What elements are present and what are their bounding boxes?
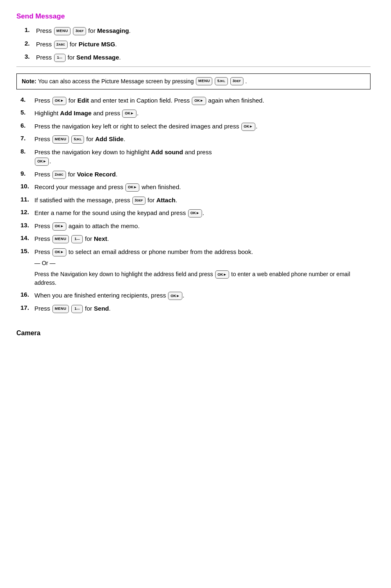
key-ok-15b: OK► bbox=[215, 270, 229, 279]
step-3-num: 3. bbox=[25, 53, 34, 60]
key-menu-7: MENU bbox=[52, 135, 69, 144]
key-ok-13: OK► bbox=[52, 222, 66, 231]
step-13-num: 13. bbox=[20, 222, 33, 229]
key-3def-11: 3DEF bbox=[132, 197, 145, 205]
key-ok-16: OK► bbox=[168, 292, 182, 300]
key-ok-8: OK► bbox=[35, 158, 49, 166]
step-2-content: Press 2ABC for Picture MSG. bbox=[36, 40, 371, 49]
step-4: 4. Press OK► for Edit and enter text in … bbox=[20, 96, 371, 105]
step-8-num: 8. bbox=[20, 148, 33, 155]
key-1dash-17: 1— bbox=[71, 305, 83, 313]
step-14-content: Press MENU 1— for Next. bbox=[34, 234, 371, 244]
step-2: 2. Press 2ABC for Picture MSG. bbox=[25, 40, 371, 49]
step-15-sub: Press the Navigation key down to highlig… bbox=[34, 270, 371, 287]
step-10-content: Record your message and press OK► when f… bbox=[34, 183, 371, 192]
step-11-content: If satisfied with the message, press 3DE… bbox=[34, 196, 371, 205]
step-5-num: 5. bbox=[20, 109, 33, 116]
page-title: Send Message bbox=[16, 12, 371, 21]
key-1dash-14: 1— bbox=[71, 235, 83, 243]
key-1dash: 1— bbox=[54, 54, 66, 62]
note-key-menu: MENU bbox=[196, 77, 213, 85]
note-suffix: . bbox=[246, 77, 247, 86]
step-12: 12. Enter a name for the sound using the… bbox=[20, 208, 371, 218]
step-6: 6. Press the navigation key left or righ… bbox=[20, 122, 371, 131]
key-2abc: 2ABC bbox=[54, 41, 68, 49]
divider bbox=[16, 66, 371, 67]
step-4-num: 4. bbox=[20, 96, 33, 103]
step-3: 3. Press 1— for Send Message. bbox=[25, 53, 371, 62]
note-box: Note: You can also access the Picture Me… bbox=[16, 73, 371, 89]
key-ok-4a: OK► bbox=[52, 97, 66, 105]
step-8: 8. Press the navigation key down to high… bbox=[20, 148, 371, 166]
step-11-num: 11. bbox=[20, 196, 33, 203]
extended-steps: 4. Press OK► for Edit and enter text in … bbox=[16, 96, 371, 313]
step-5-content: Highlight Add Image and press OK►. bbox=[34, 109, 371, 118]
step-3-content: Press 1— for Send Message. bbox=[36, 53, 371, 62]
step-17: 17. Press MENU 1— for Send. bbox=[20, 304, 371, 313]
step-15-content: Press OK► to select an email address or … bbox=[34, 247, 371, 288]
step-16-content: When you are finished entering recipient… bbox=[34, 291, 371, 300]
key-menu-14: MENU bbox=[52, 235, 69, 243]
key-ok-10: OK► bbox=[125, 183, 139, 192]
note-key-3def: 3DEF bbox=[230, 77, 243, 85]
step-13-content: Press OK► again to attach the memo. bbox=[34, 222, 371, 231]
step-12-content: Enter a name for the sound using the key… bbox=[34, 208, 371, 218]
step-8-content: Press the navigation key down to highlig… bbox=[34, 148, 371, 166]
step-9-content: Press 2ABC for Voice Record. bbox=[34, 170, 371, 179]
step-7-num: 7. bbox=[20, 135, 33, 142]
note-label: Note: bbox=[22, 77, 36, 86]
step-1-content: Press MENU 3DEF for Messaging. bbox=[36, 26, 371, 36]
step-14: 14. Press MENU 1— for Next. bbox=[20, 234, 371, 244]
initial-steps: 1. Press MENU 3DEF for Messaging. 2. Pre… bbox=[16, 26, 371, 62]
key-menu: MENU bbox=[54, 27, 71, 35]
step-11: 11. If satisfied with the message, press… bbox=[20, 196, 371, 205]
key-5jkl-7: 5JKL bbox=[71, 135, 84, 144]
step-16: 16. When you are finished entering recip… bbox=[20, 291, 371, 300]
step-17-num: 17. bbox=[20, 304, 33, 311]
key-ok-12: OK► bbox=[188, 209, 202, 217]
key-menu-17: MENU bbox=[52, 305, 69, 313]
step-15-num: 15. bbox=[20, 247, 33, 254]
step-12-num: 12. bbox=[20, 208, 33, 215]
step-10-num: 10. bbox=[20, 183, 33, 190]
step-9: 9. Press 2ABC for Voice Record. bbox=[20, 170, 371, 179]
step-10: 10. Record your message and press OK► wh… bbox=[20, 183, 371, 192]
or-divider: — Or — bbox=[34, 259, 371, 268]
step-16-num: 16. bbox=[20, 291, 33, 298]
step-6-num: 6. bbox=[20, 122, 33, 129]
key-ok-5: OK► bbox=[122, 110, 136, 118]
key-2abc-9: 2ABC bbox=[52, 171, 66, 179]
key-3def: 3DEF bbox=[73, 27, 86, 35]
step-6-content: Press the navigation key left or right t… bbox=[34, 122, 371, 131]
step-9-num: 9. bbox=[20, 170, 33, 177]
note-text: You can also access the Picture Message … bbox=[38, 77, 194, 86]
step-1: 1. Press MENU 3DEF for Messaging. bbox=[25, 26, 371, 36]
step-1-num: 1. bbox=[25, 26, 34, 33]
step-4-content: Press OK► for Edit and enter text in Cap… bbox=[34, 96, 371, 105]
step-7: 7. Press MENU 5JKL for Add Slide. bbox=[20, 135, 371, 144]
step-14-num: 14. bbox=[20, 234, 33, 241]
step-7-content: Press MENU 5JKL for Add Slide. bbox=[34, 135, 371, 144]
step-2-num: 2. bbox=[25, 40, 34, 47]
note-key-5jkl: 5JKL bbox=[215, 77, 227, 85]
key-ok-4b: OK► bbox=[192, 97, 206, 105]
step-15: 15. Press OK► to select an email address… bbox=[20, 247, 371, 288]
key-ok-15: OK► bbox=[52, 248, 66, 256]
step-13: 13. Press OK► again to attach the memo. bbox=[20, 222, 371, 231]
key-ok-6: OK► bbox=[241, 123, 255, 131]
step-5: 5. Highlight Add Image and press OK►. bbox=[20, 109, 371, 118]
camera-heading: Camera bbox=[16, 329, 371, 337]
step-17-content: Press MENU 1— for Send. bbox=[34, 304, 371, 313]
